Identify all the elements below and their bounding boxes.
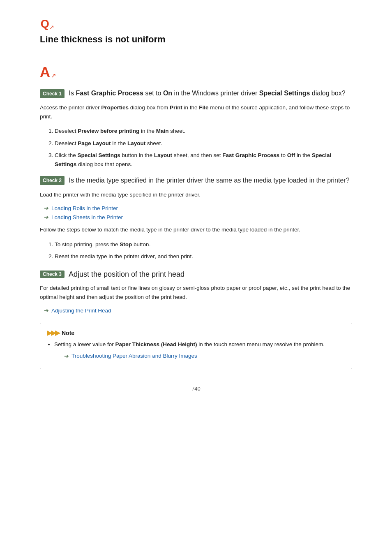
loading-rolls-link[interactable]: Loading Rolls in the Printer (51, 205, 118, 211)
arrow-icon-2: ➔ (44, 214, 49, 220)
check2-heading: Check 2 Is the media type specified in t… (40, 176, 352, 185)
check2-link1-item: ➔ Loading Rolls in the Printer (44, 205, 352, 211)
check3-heading-text: Adjust the position of the print head (69, 270, 184, 278)
svg-text:A: A (40, 64, 50, 80)
adjusting-print-head-link[interactable]: Adjusting the Print Head (51, 308, 111, 314)
note-triangles-icon: ▶▶▶ (47, 329, 59, 337)
check3-section: Check 3 Adjust the position of the print… (40, 270, 352, 314)
page-number: 740 (40, 386, 352, 392)
note-label: Note (62, 330, 74, 336)
note-sub-link-item: ➔ Troubleshooting Paper Abrasion and Blu… (64, 352, 345, 361)
arrow-icon-4: ➔ (64, 352, 69, 361)
check1-bold3: Special Settings (259, 90, 310, 97)
check1-bold1: Fast Graphic Process (76, 90, 143, 97)
check2-badge: Check 2 (40, 176, 65, 185)
note-list: Setting a lower value for Paper Thicknes… (54, 340, 345, 361)
question-header: Q ↗ Line thickness is not uniform (40, 16, 352, 45)
svg-text:Q: Q (41, 18, 49, 30)
divider (40, 54, 352, 54)
check3-link-item: ➔ Adjusting the Print Head (44, 307, 352, 314)
check1-heading: Check 1 Is Fast Graphic Process set to O… (40, 88, 352, 98)
check2-body1: Load the printer with the media type spe… (40, 190, 352, 199)
arrow-icon-1: ➔ (44, 205, 49, 211)
check1-step3: Click the Special Settings button in the… (55, 151, 352, 169)
check1-body1: Access the printer driver Properties dia… (40, 103, 352, 121)
check2-step1: To stop printing, press the Stop button. (55, 240, 352, 249)
troubleshooting-paper-link[interactable]: Troubleshooting Paper Abrasion and Blurr… (71, 352, 197, 361)
answer-icon-container: A ↗ (40, 63, 352, 88)
check3-body1: For detailed printing of small text or f… (40, 284, 352, 301)
page-title: Line thickness is not uniform (40, 34, 352, 45)
loading-sheets-link[interactable]: Loading Sheets in the Printer (51, 214, 123, 220)
note-box: ▶▶▶ Note Setting a lower value for Paper… (40, 323, 352, 369)
a-icon: A ↗ (40, 63, 56, 80)
check1-step1: Deselect Preview before printing in the … (55, 127, 352, 136)
arrow-icon-3: ➔ (44, 307, 49, 314)
check1-steps: Deselect Preview before printing in the … (55, 127, 352, 169)
check3-heading-container: Check 3 Adjust the position of the print… (40, 270, 352, 279)
check2-step2: Reset the media type in the printer driv… (55, 252, 352, 261)
page-container: Q ↗ Line thickness is not uniform A ↗ Ch… (19, 0, 373, 416)
check3-badge: Check 3 (40, 271, 65, 278)
check1-section: Check 1 Is Fast Graphic Process set to O… (40, 88, 352, 169)
check2-steps: To stop printing, press the Stop button.… (55, 240, 352, 261)
note-item1: Setting a lower value for Paper Thicknes… (54, 340, 345, 361)
check1-bold2: On (163, 90, 172, 97)
check2-link2-item: ➔ Loading Sheets in the Printer (44, 214, 352, 220)
q-icon: Q ↗ (40, 16, 55, 31)
check1-badge: Check 1 (40, 89, 65, 98)
check1-step2: Deselect Page Layout in the Layout sheet… (55, 139, 352, 148)
svg-text:↗: ↗ (51, 72, 56, 79)
check2-section: Check 2 Is the media type specified in t… (40, 176, 352, 261)
svg-text:↗: ↗ (49, 24, 54, 30)
check2-body2: Follow the steps below to match the medi… (40, 225, 352, 234)
note-header: ▶▶▶ Note (47, 329, 345, 337)
